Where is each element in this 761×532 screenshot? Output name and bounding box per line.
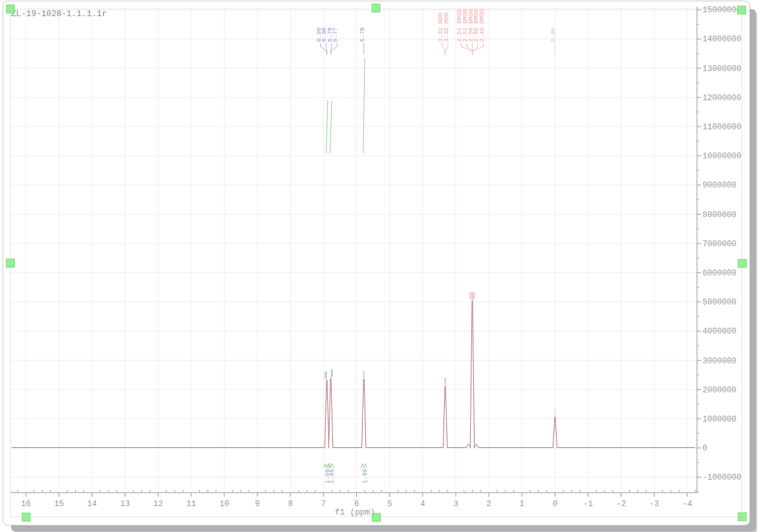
selection-handle[interactable] [6,5,15,14]
peak-pick-labels: 6.906.906.786.775.783.32 HDO3.32 HDO2.51… [316,8,557,416]
y-tick-label: 4000000 [703,327,737,336]
integral-curve [363,59,365,154]
y-tick-label: 5000000 [703,298,737,307]
selection-outline [10,9,742,517]
selection-handle[interactable] [738,259,747,268]
x-tick-label: 9 [255,500,260,509]
y-tick-label: -1000000 [703,473,742,482]
peak-label-connector [326,43,327,55]
y-tick-label: 11000000 [703,123,742,132]
selection-handles [6,4,747,522]
x-tick-label: 16 [21,500,30,509]
y-tick-label: 1000000 [703,415,737,424]
y-tick-label: 8000000 [703,211,737,220]
x-tick-label: 0 [553,500,558,509]
x-tick-label: -1 [583,500,593,509]
x-tick-label: 1 [519,500,524,509]
document-view: 161514131211109876543210-1-2-3-4 1500000… [0,0,761,532]
y-tick-label: 13000000 [703,65,742,74]
peak-label: 5.78 [359,27,366,42]
x-tick-label: 2 [486,500,491,509]
nmr-spectrum-canvas: 161514131211109876543210-1-2-3-4 1500000… [0,0,761,532]
x-tick-label: 8 [288,500,293,509]
peak-label-connector [473,43,478,55]
x-tick-label: 4 [420,500,425,509]
y-tick-label: 3000000 [703,357,737,366]
selection-handle[interactable] [738,513,747,521]
x-axis-title: f1 (ppm) [335,507,375,517]
trace-path [12,301,695,448]
integral-label: 1.05 [328,469,336,484]
x-tick-label: 10 [219,500,229,509]
x-tick-label: -2 [616,500,626,509]
y-tick-label: 12000000 [703,94,742,103]
y-axis: 1500000014000000130000001200000011000000… [697,6,742,493]
peak-label: 3.32 HDO [443,12,450,42]
y-tick-label: 7000000 [703,240,737,249]
integral-region-hook [361,463,367,468]
selection-outline-group [10,9,742,517]
x-tick-label: 13 [120,500,130,509]
x-tick-label: -3 [649,500,659,509]
selection-handle[interactable] [6,259,15,268]
selection-handle[interactable] [22,513,30,522]
peak-label: 2.49 DMSO [478,8,486,42]
peak-label-connector [445,43,448,55]
peak-label: 0.00 [550,27,557,42]
x-axis: 161514131211109876543210-1-2-3-4 [10,490,697,509]
x-tick-label: -4 [682,500,692,509]
y-tick-label: 2000000 [703,386,737,395]
y-tick-label: 0 [703,444,708,453]
y-tick-label: 9000000 [703,181,737,190]
peak-label: 6.77 [332,27,339,42]
x-tick-label: 5 [387,500,392,509]
x-tick-label: 12 [153,500,163,509]
selection-handle[interactable] [372,513,381,522]
selection-handle[interactable] [372,4,380,12]
x-tick-label: 14 [87,500,97,509]
peak-label-connector [467,43,473,55]
peak-label-connector [442,43,445,55]
x-tick-label: 7 [321,500,327,509]
y-tick-label: 6000000 [703,269,737,278]
y-tick-label: 15000000 [703,6,742,15]
y-tick-label: 14000000 [703,35,742,44]
y-tick-label: 10000000 [703,152,742,161]
spectrum-title: ZL-19-1028-1.1.1.1r [11,9,107,19]
x-tick-label: 11 [186,500,196,509]
grid [10,10,697,489]
spectrum-trace [12,301,695,448]
selection-handle[interactable] [738,6,746,14]
x-tick-label: 3 [453,500,458,509]
integral-label: 1.89 [361,469,369,484]
x-tick-label: 15 [54,500,64,509]
integrals: 1.061.051.89 [324,59,369,484]
